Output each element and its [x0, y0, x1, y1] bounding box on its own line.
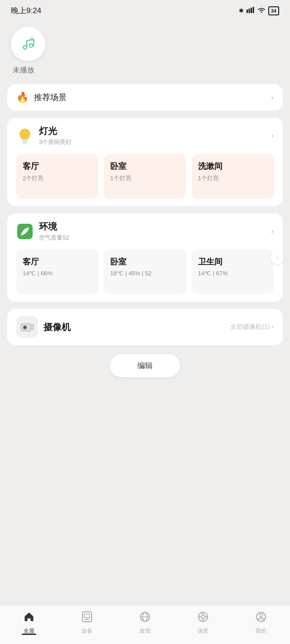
lights-room-card-bathroom[interactable]: 洗漱间 1个灯亮	[192, 154, 274, 199]
env-room-detail-2: 14℃ | 67%	[198, 270, 267, 277]
music-icon-circle[interactable]	[11, 27, 45, 61]
recommend-label: 推荐场景	[34, 92, 266, 103]
nav-label-mine: 我的	[256, 627, 266, 635]
env-room-card-living[interactable]: 客厅 14℃ | 66%	[16, 249, 98, 294]
env-room-name-0: 客厅	[23, 256, 92, 267]
env-room-card-toilet[interactable]: 卫生间 14℃ | 67%	[192, 249, 274, 294]
lights-room-name-0: 客厅	[23, 161, 92, 172]
lights-room-card-living[interactable]: 客厅 2个灯亮	[16, 154, 98, 199]
leaf-icon	[16, 223, 34, 240]
svg-rect-1	[248, 9, 250, 13]
bottom-nav: 全屋 设备 发现	[0, 605, 290, 644]
camera-all-label: 全部摄像机(1) ›	[230, 323, 274, 331]
svg-rect-8	[22, 140, 28, 141]
svg-rect-16	[84, 614, 90, 618]
svg-point-7	[30, 37, 34, 41]
edit-section: 编辑	[7, 354, 283, 377]
env-subtitle: 空气质量52	[39, 234, 266, 242]
music-widget[interactable]: 未播放	[0, 19, 290, 84]
music-icon	[19, 35, 37, 53]
env-room-card-bedroom[interactable]: 卧室 18℃ | 45% | 52	[104, 249, 186, 294]
lights-chevron: ›	[271, 131, 274, 140]
svg-rect-2	[251, 8, 252, 13]
scene-icon	[197, 611, 209, 625]
status-icons: ✱ 34	[239, 6, 279, 15]
recommended-scene-row[interactable]: 🔥 推荐场景 ›	[16, 91, 274, 103]
camera-row[interactable]: 摄像机 全部摄像机(1) ›	[16, 316, 274, 338]
light-bulb-icon	[16, 127, 34, 144]
battery-indicator: 34	[268, 6, 279, 15]
env-room-grid: 客厅 14℃ | 66% 卧室 18℃ | 45% | 52 卫生间 14℃ |…	[16, 249, 274, 294]
env-chevron: ›	[271, 226, 274, 236]
signal-icon	[246, 7, 255, 14]
nav-label-discover: 发现	[140, 627, 150, 635]
svg-rect-15	[82, 612, 92, 622]
env-room-name-1: 卧室	[110, 256, 179, 267]
wifi-icon	[257, 7, 266, 14]
nav-item-discover[interactable]: 发现	[127, 611, 163, 635]
svg-point-28	[260, 614, 263, 617]
recommended-scene-card[interactable]: 🔥 推荐场景 ›	[7, 84, 283, 111]
environment-section-header[interactable]: 环境 空气质量52 ›	[16, 221, 274, 242]
nav-active-indicator	[22, 634, 36, 635]
music-status-text: 未播放	[11, 66, 34, 75]
camera-chevron: ›	[271, 323, 274, 330]
mine-icon	[255, 611, 267, 625]
svg-rect-0	[246, 10, 248, 13]
lights-room-card-bedroom[interactable]: 卧室 1个灯亮	[104, 154, 186, 199]
nav-item-scene[interactable]: 场景	[185, 611, 221, 635]
svg-point-22	[201, 615, 205, 619]
svg-point-4	[261, 11, 262, 13]
scroll-hint-arrow[interactable]: ›	[271, 251, 284, 264]
lights-room-detail-1: 1个灯亮	[110, 174, 179, 183]
lights-room-detail-2: 1个灯亮	[198, 174, 267, 183]
recommend-chevron: ›	[271, 93, 274, 102]
status-time: 晚上9:24	[11, 5, 41, 16]
camera-section-card[interactable]: 摄像机 全部摄像机(1) ›	[7, 309, 283, 345]
discover-icon	[139, 611, 151, 625]
svg-point-14	[24, 327, 26, 328]
camera-label: 摄像机	[44, 321, 225, 333]
env-title: 环境	[39, 221, 266, 233]
lights-title: 灯光	[39, 125, 266, 137]
lights-section-card: 灯光 3个房间亮灯 › 客厅 2个灯亮 卧室 1个灯亮 洗漱间 1个灯亮	[7, 118, 283, 206]
edit-button[interactable]: 编辑	[110, 354, 180, 377]
home-icon	[23, 611, 35, 625]
env-room-detail-1: 18℃ | 45% | 52	[110, 270, 179, 277]
camera-device-icon	[16, 316, 38, 338]
env-title-group: 环境 空气质量52	[39, 221, 266, 242]
nav-label-devices: 设备	[82, 627, 92, 635]
env-room-name-2: 卫生间	[198, 256, 267, 267]
nav-item-home[interactable]: 全屋	[11, 611, 47, 635]
lights-subtitle: 3个房间亮灯	[39, 138, 266, 146]
lights-room-detail-0: 2个灯亮	[23, 174, 92, 183]
svg-point-6	[29, 44, 33, 48]
env-room-detail-0: 14℃ | 66%	[23, 270, 92, 277]
nav-label-scene: 场景	[198, 627, 208, 635]
devices-icon	[82, 611, 92, 625]
svg-rect-3	[252, 7, 254, 13]
lights-room-grid: 客厅 2个灯亮 卧室 1个灯亮 洗漱间 1个灯亮	[16, 154, 274, 199]
environment-section-card: 环境 空气质量52 › 客厅 14℃ | 66% 卧室 18℃ | 45% | …	[7, 213, 283, 302]
bluetooth-icon: ✱	[239, 7, 244, 14]
nav-item-devices[interactable]: 设备	[69, 611, 105, 635]
lights-title-group: 灯光 3个房间亮灯	[39, 125, 266, 146]
lights-room-name-1: 卧室	[110, 161, 179, 172]
nav-item-mine[interactable]: 我的	[243, 611, 279, 635]
fire-icon: 🔥	[16, 91, 29, 103]
lights-room-name-2: 洗漱间	[198, 161, 267, 172]
lights-section-header[interactable]: 灯光 3个房间亮灯 ›	[16, 125, 274, 146]
status-bar: 晚上9:24 ✱ 34	[0, 0, 290, 19]
